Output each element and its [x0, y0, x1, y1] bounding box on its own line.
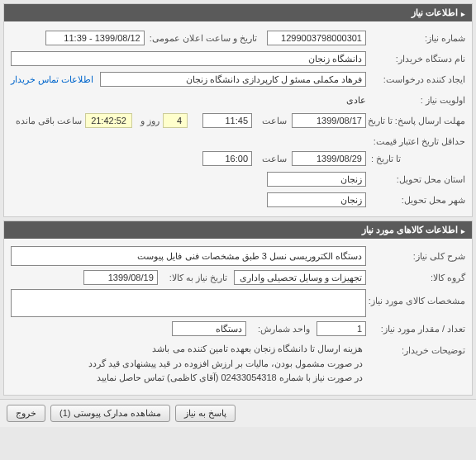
field-need-number: 1299003798000301 [267, 31, 366, 45]
buyer-notes-line: هزینه ارسال تا دانشگاه زنجان بعهده تامین… [88, 342, 363, 357]
field-need-date-goods: 1399/08/19 [83, 270, 158, 285]
label-general-desc: شرح کلی نیاز: [366, 251, 465, 262]
buyer-notes-text: هزینه ارسال تا دانشگاه زنجان بعهده تامین… [85, 340, 366, 387]
label-buyer-org: نام دستگاه خریدار: [366, 54, 465, 64]
field-buyer-org: دانشگاه زنجان [11, 51, 366, 66]
goods-info-title: اطلاعات کالاهای مورد نیاز [362, 225, 458, 235]
label-min-validity: حداقل تاریخ اعتبار قیمت: [366, 136, 465, 147]
label-qty: تعداد / مقدار مورد نیاز: [366, 324, 465, 334]
action-bar: پاسخ به نیاز مشاهده مدارک پیوستی (1) خرو… [0, 399, 476, 427]
label-priority: اولویت نیاز : [366, 95, 465, 106]
field-goods-group: تجهیزات و وسایل تحصیلی واداری [234, 270, 366, 285]
field-city: زنجان [267, 192, 366, 207]
label-goods-group: گروه کالا: [366, 273, 465, 283]
field-deadline-date: 1399/08/17 [292, 113, 366, 128]
buyer-notes-line: در صورت مشمول بودن، مالیات بر ارزش افزود… [88, 357, 363, 372]
label-remaining: ساعت باقی مانده [11, 116, 82, 126]
chevron-icon [461, 225, 465, 235]
field-unit: دستگاه [172, 321, 246, 336]
field-days-remaining: 4 [163, 113, 188, 128]
need-info-title: اطلاعات نیاز [412, 7, 458, 18]
field-validity-time: 16:00 [202, 151, 252, 166]
goods-info-panel: اطلاعات کالاهای مورد نیاز شرح کلی نیاز: … [3, 221, 473, 396]
view-attachments-button[interactable]: مشاهده مدارک پیوستی (1) [50, 405, 170, 422]
need-info-header: اطلاعات نیاز [4, 4, 472, 21]
label-time-2: ساعت [257, 154, 287, 164]
label-goods-specs: مشخصات کالای مورد نیاز: [366, 289, 465, 306]
exit-button[interactable]: خروج [7, 405, 45, 422]
field-announce-dt: 1399/08/12 - 11:39 [45, 31, 145, 45]
label-day-and: روز و [136, 116, 159, 126]
respond-button[interactable]: پاسخ به نیاز [175, 405, 236, 422]
field-general-desc: دستگاه الکتروریسی نسل 3 طبق مشخصات فنی ف… [11, 246, 366, 266]
label-time-1: ساعت [257, 116, 287, 126]
label-deadline: مهلت ارسال پاسخ: تا تاریخ : [366, 116, 465, 126]
field-request-creator: فرهاد مکملی مسئو ل کارپردازی دانشگاه زنج… [100, 72, 366, 87]
goods-info-body: شرح کلی نیاز: دستگاه الکتروریسی نسل 3 طب… [4, 239, 472, 395]
need-info-body: شماره نیاز: 1299003798000301 تاریخ و ساع… [4, 21, 472, 216]
label-need-number: شماره نیاز: [366, 33, 465, 44]
field-province: زنجان [267, 172, 366, 187]
buyer-notes-line: در صورت نیاز با شماره 02433054318 (آقای … [88, 371, 363, 386]
chevron-icon [461, 8, 465, 18]
buyer-contact-link[interactable]: اطلاعات تماس خریدار [11, 74, 93, 85]
label-province: استان محل تحویل: [366, 174, 465, 185]
label-city: شهر محل تحویل: [366, 195, 465, 206]
goods-info-header: اطلاعات کالاهای مورد نیاز [4, 221, 472, 239]
need-info-panel: اطلاعات نیاز شماره نیاز: 129900379800030… [3, 3, 473, 217]
field-time-remaining: 21:42:52 [85, 113, 132, 128]
label-announce-dt: تاریخ و ساعت اعلان عمومی: [145, 33, 257, 44]
field-validity-date: 1399/08/29 [292, 151, 366, 166]
label-need-date-goods: تاریخ نیاز به کالا: [164, 273, 227, 283]
field-qty: 1 [317, 321, 366, 336]
label-request-creator: ایجاد کننده درخواست: [366, 74, 465, 85]
field-priority: عادی [346, 95, 366, 106]
label-until-date: تا تاریخ : [366, 154, 465, 164]
label-buyer-notes: توضیحات خریدار: [366, 340, 465, 356]
field-deadline-time: 11:45 [202, 113, 252, 128]
label-unit: واحد شمارش: [253, 324, 310, 334]
field-goods-specs [11, 289, 366, 317]
